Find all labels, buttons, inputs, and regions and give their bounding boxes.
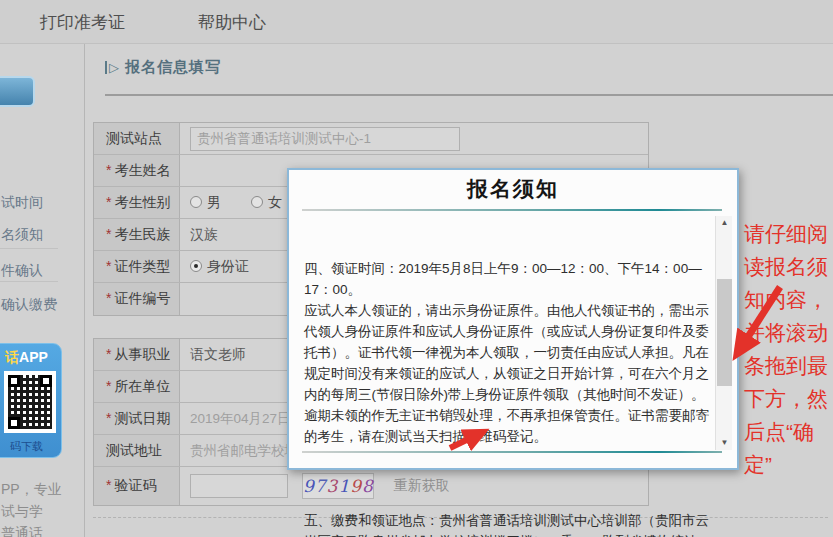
radio-id-card[interactable] bbox=[190, 260, 202, 272]
sidebar-item-confirm-payment[interactable]: 确认缴费 bbox=[1, 296, 71, 314]
scrollbar-up-arrow[interactable]: ▲ bbox=[716, 216, 733, 230]
annotation-note: 请仔细阅读报名须知内容，并将滚动条拖到最下方，然后点“确定” bbox=[744, 217, 832, 481]
sidebar-item-notice[interactable]: 名须知 bbox=[1, 226, 71, 244]
sidebar-divider bbox=[0, 281, 58, 282]
page-title: ▷报名信息填写 bbox=[105, 58, 221, 78]
sidebar-footer-line: 普通话 bbox=[1, 525, 43, 537]
scrollbar-thumb[interactable] bbox=[717, 279, 732, 386]
app-download-banner[interactable]: 话APP 码下载 bbox=[0, 343, 62, 458]
captcha-input[interactable] bbox=[190, 474, 288, 498]
title-divider bbox=[105, 94, 833, 96]
modal-scrollbar[interactable]: ▲ ▼ bbox=[715, 216, 732, 450]
top-nav-bar: 打印准考证 帮助中心 bbox=[0, 0, 833, 44]
app-download-label: 码下载 bbox=[0, 439, 61, 454]
sidebar: 试时间 名须知 件确认 确认缴费 话APP 码下载 PP，专业 试与学 普通话 bbox=[0, 44, 85, 537]
sidebar-divider bbox=[0, 248, 58, 249]
scrollbar-down-arrow[interactable]: ▼ bbox=[716, 436, 733, 450]
page-title-arrow-icon: ▷ bbox=[109, 60, 119, 75]
modal-bottom-divider bbox=[302, 451, 722, 453]
radio-male[interactable] bbox=[190, 196, 202, 208]
nav-print-ticket[interactable]: 打印准考证 bbox=[40, 11, 125, 34]
sidebar-item-confirm[interactable]: 件确认 bbox=[1, 262, 71, 280]
qr-code bbox=[4, 371, 56, 433]
sidebar-item-test-time[interactable]: 试时间 bbox=[1, 194, 71, 212]
radio-female[interactable] bbox=[251, 196, 263, 208]
sidebar-footer-line: PP，专业 bbox=[1, 481, 62, 499]
modal-title-divider bbox=[302, 209, 722, 211]
app-banner-title: 话APP bbox=[0, 349, 61, 367]
modal-notice-text: 四、领证时间：2019年5月8日上午9：00—12：00、下午14：00—17：… bbox=[304, 216, 714, 537]
notice-modal: 报名须知 四、领证时间：2019年5月8日上午9：00—12：00、下午14：0… bbox=[287, 168, 739, 470]
sidebar-footer-line: 试与学 bbox=[1, 503, 43, 521]
nav-help-center[interactable]: 帮助中心 bbox=[198, 11, 266, 34]
form-row-test-site: 测试站点 贵州省普通话培训测试中心-1 bbox=[94, 123, 648, 155]
test-site-field[interactable]: 贵州省普通话培训测试中心-1 bbox=[190, 127, 460, 151]
modal-title: 报名须知 bbox=[289, 175, 737, 203]
page-title-icon bbox=[105, 61, 107, 74]
sidebar-blue-button[interactable] bbox=[0, 76, 35, 107]
